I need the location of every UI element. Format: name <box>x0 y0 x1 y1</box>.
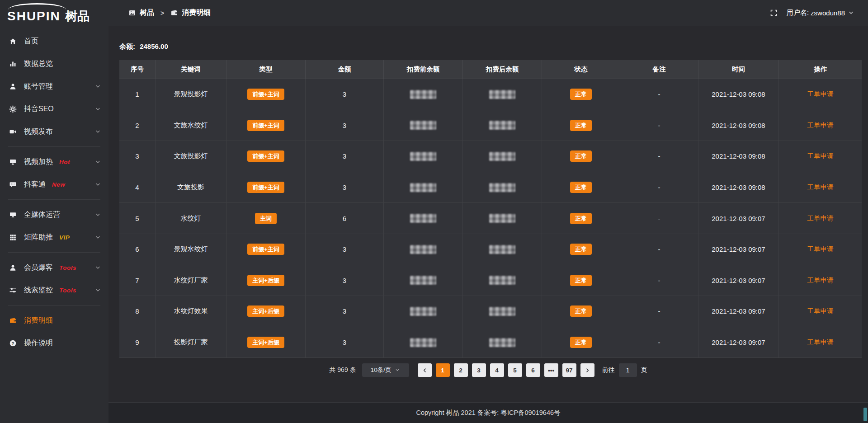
page-size-select[interactable]: 10条/页 <box>362 363 409 377</box>
ticket-apply-link[interactable]: 工单申请 <box>807 214 834 223</box>
ticket-apply-link[interactable]: 工单申请 <box>807 183 834 192</box>
type-badge: 主词+后缀 <box>247 275 284 286</box>
scrollbar-thumb[interactable] <box>863 408 867 421</box>
table-body: 1景观投影灯前缀+主词3正常-2021-12-03 09:08工单申请2文旅水纹… <box>119 79 862 358</box>
sidebar-item-label: 会员爆客 <box>24 263 53 273</box>
breadcrumb-item-current: 消费明细 <box>182 8 211 18</box>
next-page-button[interactable] <box>580 363 594 377</box>
type-badge: 主词 <box>255 213 277 224</box>
redacted-balance-before <box>410 152 436 161</box>
ticket-apply-link[interactable]: 工单申请 <box>807 276 834 285</box>
chevron-down-icon <box>94 106 101 113</box>
menu-divider <box>8 252 100 253</box>
sidebar-item-omni-media-operation[interactable]: 全媒体运营 <box>0 203 108 226</box>
cell-time: 2021-12-03 09:07 <box>698 234 779 265</box>
cell-action: 工单申请 <box>779 203 862 234</box>
logo-arc-decoration <box>8 3 66 10</box>
sidebar: SHUPIN 树品 首页数据总览账号管理抖音SEO视频发布视频加热Hot抖客通N… <box>0 0 108 423</box>
menu-divider <box>8 305 100 306</box>
redacted-balance-after <box>489 245 515 254</box>
cell-type: 前缀+主词 <box>226 110 306 141</box>
table-row: 7水纹灯厂家主词+后缀3正常-2021-12-03 09:07工单申请 <box>119 265 862 296</box>
sidebar-item-video-heating[interactable]: 视频加热Hot <box>0 150 108 173</box>
brand-name-cn: 树品 <box>65 9 90 23</box>
cell-type: 主词 <box>226 203 306 234</box>
sidebar-item-douyin-seo[interactable]: 抖音SEO <box>0 98 108 120</box>
fullscreen-button[interactable] <box>769 8 778 18</box>
cell-balance-after <box>463 141 542 172</box>
redacted-balance-after <box>489 183 515 192</box>
sidebar-item-operation-guide[interactable]: 操作说明 <box>0 332 108 354</box>
table-header-row: 序号关键词类型金额扣费前余额扣费后余额状态备注时间操作 <box>119 60 862 79</box>
ticket-apply-link[interactable]: 工单申请 <box>807 307 834 315</box>
redacted-balance-after <box>489 121 515 130</box>
sidebar-item-label: 操作说明 <box>24 338 53 348</box>
ticket-apply-link[interactable]: 工单申请 <box>807 121 834 130</box>
sidebar-item-member-explosion[interactable]: 会员爆客Tools <box>0 256 108 279</box>
prev-page-button[interactable] <box>418 363 432 377</box>
page-button-2[interactable]: 2 <box>454 363 468 377</box>
redacted-balance-before <box>410 214 436 223</box>
user-menu[interactable]: 用户名: zswodun88 <box>787 9 854 17</box>
grid-icon <box>9 234 17 241</box>
page-button-1[interactable]: 1 <box>436 363 450 377</box>
cell-index: 4 <box>119 172 156 203</box>
redacted-balance-before <box>410 338 436 347</box>
chevron-right-icon <box>585 367 590 373</box>
cell-balance-after <box>463 265 542 296</box>
goto-suffix: 页 <box>641 366 647 374</box>
cell-note: - <box>620 265 698 296</box>
ticket-apply-link[interactable]: 工单申请 <box>807 152 834 160</box>
sidebar-item-matrix-boost[interactable]: 矩阵助推VIP <box>0 226 108 249</box>
cell-keyword: 水纹灯效果 <box>156 296 226 327</box>
sidebar-item-consumption-details[interactable]: 消费明细 <box>0 309 108 332</box>
page-button-6[interactable]: 6 <box>526 363 540 377</box>
page-button-97[interactable]: 97 <box>562 363 576 377</box>
cell-balance-after <box>463 110 542 141</box>
sidebar-item-label: 账号管理 <box>24 82 53 91</box>
sidebar-item-account-management[interactable]: 账号管理 <box>0 75 108 98</box>
cell-time: 2021-12-03 09:07 <box>698 327 779 358</box>
column-header: 类型 <box>226 60 306 79</box>
type-badge: 前缀+主词 <box>247 244 284 255</box>
menu-item-tag: Tools <box>59 264 76 271</box>
table-row: 1景观投影灯前缀+主词3正常-2021-12-03 09:08工单申请 <box>119 79 862 110</box>
sidebar-item-label: 矩阵助推 <box>24 233 53 242</box>
ticket-apply-link[interactable]: 工单申请 <box>807 338 834 347</box>
ticket-apply-link[interactable]: 工单申请 <box>807 245 834 254</box>
sidebar-item-douketong[interactable]: 抖客通New <box>0 173 108 196</box>
type-badge: 前缀+主词 <box>247 120 284 131</box>
menu-item-tag: Tools <box>59 287 76 294</box>
menu-divider <box>8 199 100 200</box>
sliders-icon <box>9 287 17 294</box>
status-badge: 正常 <box>570 213 592 224</box>
sidebar-item-video-publish[interactable]: 视频发布 <box>0 120 108 143</box>
cell-status: 正常 <box>542 327 620 358</box>
cell-type: 主词+后缀 <box>226 327 306 358</box>
redacted-balance-before <box>410 276 436 285</box>
user-icon <box>9 83 17 90</box>
sidebar-item-data-overview[interactable]: 数据总览 <box>0 52 108 75</box>
chevron-down-icon <box>94 212 101 218</box>
cell-type: 主词+后缀 <box>226 296 306 327</box>
page-ellipsis-button[interactable]: ••• <box>544 363 558 377</box>
ticket-apply-link[interactable]: 工单申请 <box>807 90 834 99</box>
cell-type: 前缀+主词 <box>226 234 306 265</box>
cell-action: 工单申请 <box>779 110 862 141</box>
main-content: 余额: 24856.00 序号关键词类型金额扣费前余额扣费后余额状态备注时间操作… <box>108 26 868 423</box>
cell-time: 2021-12-03 09:07 <box>698 265 779 296</box>
goto-page-input[interactable] <box>619 363 637 377</box>
cell-balance-before <box>384 234 463 265</box>
cell-time: 2021-12-03 09:07 <box>698 203 779 234</box>
sidebar-item-leads-monitoring[interactable]: 线索监控Tools <box>0 279 108 301</box>
chevron-down-icon <box>94 264 101 271</box>
breadcrumb-item-brand[interactable]: 树品 <box>140 8 154 18</box>
type-badge: 主词+后缀 <box>247 306 284 317</box>
column-header: 扣费前余额 <box>384 60 463 79</box>
page-button-5[interactable]: 5 <box>508 363 522 377</box>
page-button-4[interactable]: 4 <box>490 363 504 377</box>
brand-logo: SHUPIN 树品 <box>0 0 108 28</box>
sidebar-item-home[interactable]: 首页 <box>0 30 108 52</box>
page-button-3[interactable]: 3 <box>472 363 486 377</box>
chevron-down-icon <box>848 9 854 16</box>
